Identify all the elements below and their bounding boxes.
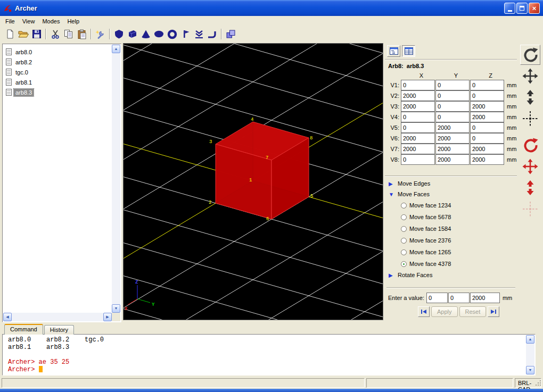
v4-x-input[interactable] xyxy=(401,112,435,122)
scroll-up-icon[interactable]: ▲ xyxy=(526,335,534,344)
prim-pipe-button[interactable] xyxy=(205,28,219,40)
v5-z-input[interactable] xyxy=(470,122,504,133)
tree-item-arb8-2[interactable]: arb8.2 xyxy=(4,57,111,67)
apply-button[interactable]: Apply xyxy=(431,306,458,317)
next-button[interactable] xyxy=(488,306,499,317)
v2-x-input[interactable] xyxy=(401,90,435,101)
translate-view-button[interactable] xyxy=(520,66,540,86)
radio-move-face-1234[interactable]: Move face 1234 xyxy=(389,199,515,211)
v3-x-input[interactable] xyxy=(401,101,435,112)
prim-sketch-button[interactable] xyxy=(179,28,192,40)
rotate-view-button[interactable] xyxy=(520,45,540,65)
resize-grip[interactable] xyxy=(534,379,541,386)
prim-torus-button[interactable] xyxy=(166,28,179,40)
radio-icon xyxy=(401,238,407,244)
prim-cone-button[interactable] xyxy=(139,28,152,40)
prev-button[interactable] xyxy=(418,306,430,317)
cut-button[interactable] xyxy=(48,28,62,40)
menu-help[interactable]: Help xyxy=(63,17,83,26)
close-button[interactable]: × xyxy=(529,3,540,14)
v7-x-input[interactable] xyxy=(401,144,435,154)
v4-y-input[interactable] xyxy=(435,112,470,122)
v1-x-input[interactable] xyxy=(401,80,435,90)
prim-arb8-button[interactable] xyxy=(112,28,126,40)
translate-edit-button[interactable] xyxy=(520,156,540,177)
prim-ellipsoid-button[interactable] xyxy=(152,28,166,40)
attributes-view-toggle-button[interactable] xyxy=(402,45,415,57)
viewport-3d[interactable]: 1 2 3 4 5 6 7 8 Z Y X xyxy=(123,43,383,320)
tree-vertical-scrollbar[interactable]: ▲ ▼ xyxy=(112,45,120,313)
tools-button[interactable] xyxy=(94,28,107,40)
v7-y-input[interactable] xyxy=(435,144,470,154)
arb8-solid[interactable] xyxy=(216,122,309,219)
scroll-right-icon[interactable]: ▶ xyxy=(103,313,112,321)
console-scrollbar[interactable]: ▲ ▼ xyxy=(526,335,534,374)
reset-button[interactable]: Reset xyxy=(459,306,487,317)
v6-y-input[interactable] xyxy=(435,133,470,144)
v1-z-input[interactable] xyxy=(470,80,504,90)
v8-z-input[interactable] xyxy=(470,154,504,165)
value-x-input[interactable] xyxy=(426,293,448,303)
open-file-button[interactable] xyxy=(17,28,30,40)
tab-history[interactable]: History xyxy=(44,325,74,335)
radio-move-face-2376[interactable]: Move face 2376 xyxy=(389,235,515,246)
scale-view-button[interactable] xyxy=(520,87,540,107)
scroll-up-icon[interactable]: ▲ xyxy=(112,45,120,53)
radio-move-face-1265[interactable]: Move face 1265 xyxy=(389,246,515,258)
console-prompt: Archer> xyxy=(8,366,39,373)
new-file-button[interactable] xyxy=(3,28,17,40)
v4-z-input[interactable] xyxy=(470,112,504,122)
scroll-left-icon[interactable]: ◀ xyxy=(3,313,12,321)
minimize-button[interactable] xyxy=(504,3,515,14)
tree-item-arb8-3[interactable]: arb8.3 xyxy=(4,87,111,97)
tree-item-arb8-0[interactable]: arb8.0 xyxy=(4,47,111,57)
v8-y-input[interactable] xyxy=(435,154,470,165)
tree-horizontal-scrollbar[interactable]: ◀ ▶ xyxy=(3,313,112,321)
center-edit-button[interactable] xyxy=(520,199,540,219)
tree-item-arb8-1[interactable]: arb8.1 xyxy=(4,77,111,87)
table-row: V6:mm xyxy=(387,133,516,144)
value-y-input[interactable] xyxy=(448,293,470,303)
v3-y-input[interactable] xyxy=(435,101,470,112)
v5-y-input[interactable] xyxy=(435,122,470,133)
v8-x-input[interactable] xyxy=(401,154,435,165)
section-rotate-faces[interactable]: ▶Rotate Faces xyxy=(389,270,515,280)
collapsed-arrow-icon: ▶ xyxy=(389,272,394,278)
collapsed-arrow-icon: ▶ xyxy=(389,181,394,187)
save-file-button[interactable] xyxy=(30,28,43,40)
command-console[interactable]: arb8.0 arb8.2 tgc.0 arb8.1 arb8.3 Archer… xyxy=(2,334,536,376)
center-view-button[interactable] xyxy=(520,109,540,129)
v2-y-input[interactable] xyxy=(435,90,470,101)
v6-x-input[interactable] xyxy=(401,133,435,144)
v7-z-input[interactable] xyxy=(470,144,504,154)
v2-z-input[interactable] xyxy=(470,90,504,101)
tree-view-toggle-button[interactable] xyxy=(387,45,400,57)
rotate-edit-button[interactable] xyxy=(520,135,540,155)
v6-z-input[interactable] xyxy=(470,133,504,144)
titlebar[interactable]: Archer × xyxy=(0,0,543,16)
scale-edit-button[interactable] xyxy=(520,178,540,198)
radio-move-face-5678[interactable]: Move face 5678 xyxy=(389,211,515,223)
prim-half-button[interactable] xyxy=(192,28,205,40)
section-move-edges[interactable]: ▶Move Edges xyxy=(389,178,515,189)
menu-modes[interactable]: Modes xyxy=(38,17,63,26)
copy-button[interactable] xyxy=(62,28,75,40)
paste-button[interactable] xyxy=(75,28,88,40)
radio-move-face-1584[interactable]: Move face 1584 xyxy=(389,223,515,235)
maximize-button[interactable] xyxy=(516,3,528,14)
section-move-faces[interactable]: ▼Move Faces xyxy=(389,189,515,199)
radio-move-face-4378[interactable]: Move face 4378 xyxy=(389,258,515,270)
scroll-down-icon[interactable]: ▼ xyxy=(112,304,120,313)
v3-z-input[interactable] xyxy=(470,101,504,112)
menu-file[interactable]: File xyxy=(2,17,19,26)
tab-command[interactable]: Command xyxy=(4,324,43,335)
menu-view[interactable]: View xyxy=(19,17,39,26)
radio-selected-icon xyxy=(401,261,407,267)
v1-y-input[interactable] xyxy=(435,80,470,90)
prim-box-button[interactable] xyxy=(126,28,139,40)
v5-x-input[interactable] xyxy=(401,122,435,133)
tree-item-tgc-0[interactable]: tgc.0 xyxy=(4,67,111,77)
comb-button[interactable] xyxy=(224,28,237,40)
scroll-down-icon[interactable]: ▼ xyxy=(526,366,534,374)
value-z-input[interactable] xyxy=(470,293,500,303)
